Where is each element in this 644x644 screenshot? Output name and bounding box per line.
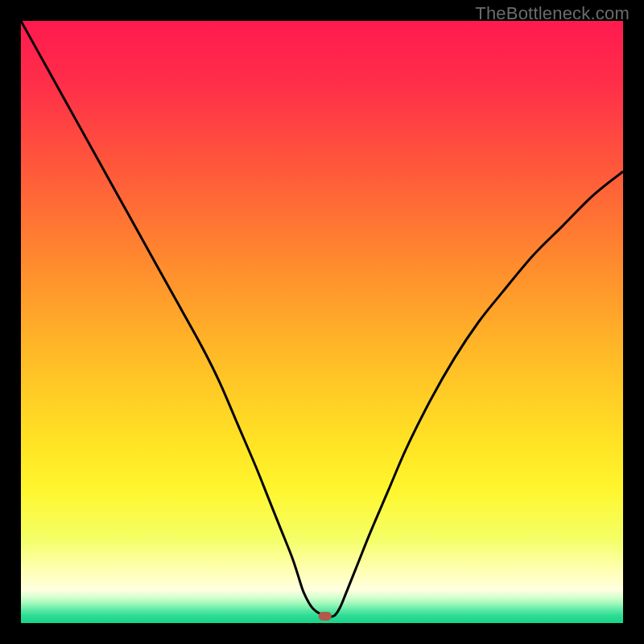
optimal-point-marker <box>319 612 332 621</box>
gradient-background <box>21 21 623 623</box>
bottleneck-chart <box>21 21 623 623</box>
chart-frame: { "watermark": "TheBottleneck.com", "col… <box>0 0 644 644</box>
